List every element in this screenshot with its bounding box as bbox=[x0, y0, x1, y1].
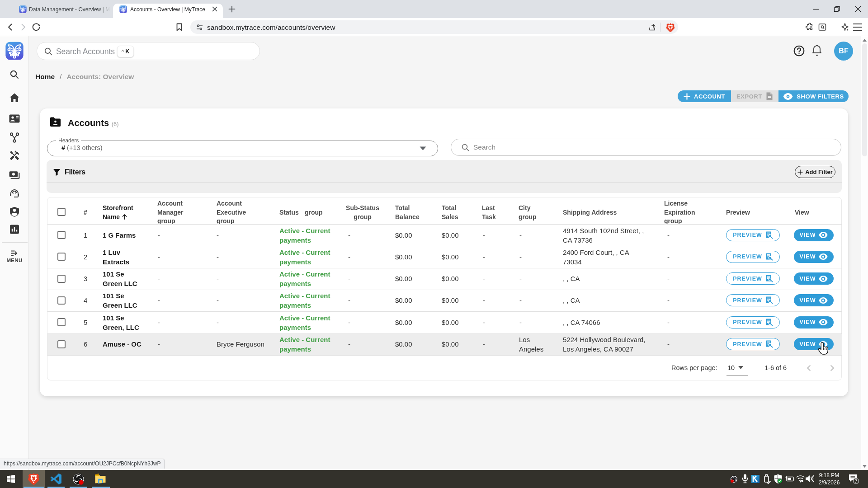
svg-text:7: 7 bbox=[855, 479, 858, 484]
